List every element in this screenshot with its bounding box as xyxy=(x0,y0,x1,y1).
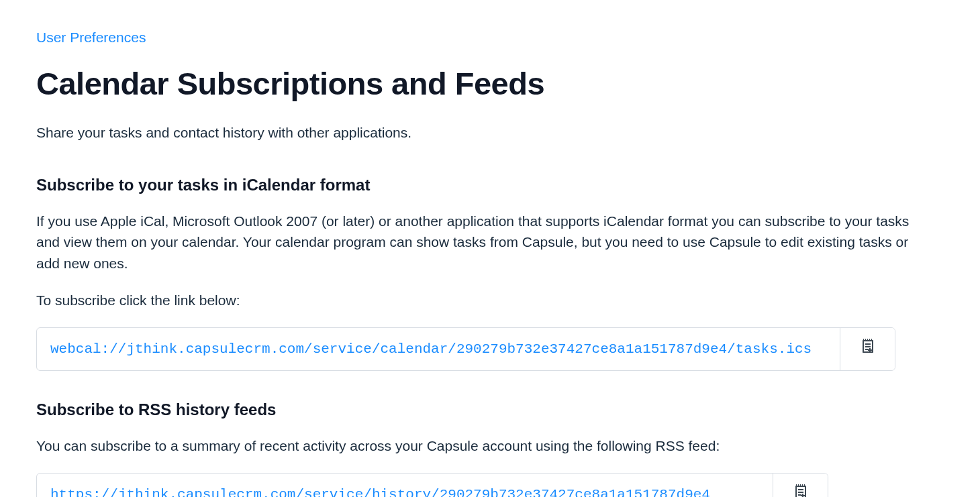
copy-icon xyxy=(860,338,876,360)
ical-description: If you use Apple iCal, Microsoft Outlook… xyxy=(36,211,936,274)
breadcrumb-link[interactable]: User Preferences xyxy=(36,27,146,48)
ical-instruction: To subscribe click the link below: xyxy=(36,290,936,311)
rss-heading: Subscribe to RSS history feeds xyxy=(36,398,944,422)
rss-copy-button[interactable] xyxy=(773,474,828,498)
rss-description: You can subscribe to a summary of recent… xyxy=(36,435,936,457)
ical-url-row: webcal://jthink.capsulecrm.com/service/c… xyxy=(36,327,895,372)
page-intro: Share your tasks and contact history wit… xyxy=(36,122,944,144)
ical-url-link[interactable]: webcal://jthink.capsulecrm.com/service/c… xyxy=(37,328,840,371)
rss-url-row: https://jthink.capsulecrm.com/service/hi… xyxy=(36,473,828,498)
rss-url-link[interactable]: https://jthink.capsulecrm.com/service/hi… xyxy=(37,474,773,498)
ical-copy-button[interactable] xyxy=(840,328,895,371)
copy-icon xyxy=(793,484,809,497)
page-title: Calendar Subscriptions and Feeds xyxy=(36,60,944,108)
ical-heading: Subscribe to your tasks in iCalendar for… xyxy=(36,173,944,197)
